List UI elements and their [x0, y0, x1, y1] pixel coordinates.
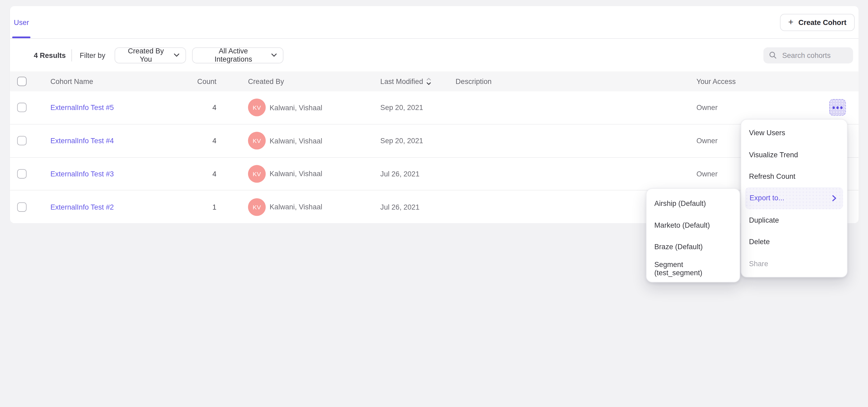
menu-item-refresh-count[interactable]: Refresh Count — [741, 165, 847, 187]
menu-item-view-users[interactable]: View Users — [741, 122, 847, 144]
avatar: KV — [248, 99, 266, 117]
menu-item-duplicate[interactable]: Duplicate — [741, 209, 847, 231]
cell-created-by: KV Kalwani, Vishaal — [248, 198, 322, 216]
filter-by-label: Filter by — [80, 51, 105, 59]
export-submenu: Airship (Default) Marketo (Default) Braz… — [646, 188, 740, 282]
avatar: KV — [248, 198, 266, 216]
submenu-item-segment[interactable]: Segment (test_segment) — [647, 258, 739, 280]
created-by-dropdown-value: Created By You — [122, 47, 169, 63]
cell-last-modified: Jul 26, 2021 — [380, 203, 420, 211]
results-count: 4 Results — [34, 51, 66, 59]
toolbar-divider — [71, 49, 72, 61]
creator-name: Kalwani, Vishaal — [270, 104, 322, 112]
row-checkbox[interactable] — [17, 136, 27, 145]
sort-icon — [427, 78, 432, 85]
column-created-by: Created By — [248, 77, 284, 86]
table-row: ExternalInfo Test #3 4 KV Kalwani, Visha… — [10, 158, 859, 191]
cell-last-modified: Sep 20, 2021 — [380, 104, 423, 112]
row-checkbox[interactable] — [17, 202, 27, 212]
cell-your-access: Owner — [696, 136, 718, 145]
row-actions-button[interactable] — [829, 99, 846, 116]
cohorts-page: User + Create Cohort 4 Results Filter by… — [0, 0, 868, 407]
integrations-dropdown[interactable]: All Active Integrations — [192, 47, 283, 63]
table-header: Cohort Name Count Created By Last Modifi… — [10, 71, 859, 91]
submenu-item-airship[interactable]: Airship (Default) — [647, 193, 739, 214]
chevron-down-icon — [271, 53, 277, 57]
cohort-name-link[interactable]: ExternalInfo Test #3 — [51, 170, 114, 178]
cell-last-modified: Sep 20, 2021 — [380, 136, 423, 145]
create-cohort-button[interactable]: + Create Cohort — [780, 14, 855, 31]
cohort-name-link[interactable]: ExternalInfo Test #4 — [51, 136, 114, 145]
cohort-name-link[interactable]: ExternalInfo Test #5 — [51, 104, 114, 112]
table-row: ExternalInfo Test #4 4 KV Kalwani, Visha… — [10, 125, 859, 158]
creator-name: Kalwani, Vishaal — [270, 170, 322, 178]
cohort-name-link[interactable]: ExternalInfo Test #2 — [51, 203, 114, 211]
chevron-down-icon — [174, 53, 179, 57]
created-by-dropdown[interactable]: Created By You — [115, 47, 186, 63]
search-icon — [769, 51, 777, 59]
cell-count: 4 — [172, 170, 216, 178]
menu-item-delete[interactable]: Delete — [741, 231, 847, 253]
menu-item-share: Share — [741, 253, 847, 275]
search-input[interactable] — [781, 51, 847, 60]
column-description: Description — [456, 77, 492, 86]
chevron-right-icon — [832, 195, 837, 201]
tab-bar: User + Create Cohort — [10, 6, 859, 39]
search-box[interactable] — [763, 47, 853, 63]
cell-created-by: KV Kalwani, Vishaal — [248, 99, 322, 117]
row-checkbox[interactable] — [17, 169, 27, 179]
ellipsis-icon — [832, 106, 835, 109]
table-row: ExternalInfo Test #5 4 KV Kalwani, Visha… — [10, 91, 859, 125]
creator-name: Kalwani, Vishaal — [270, 136, 322, 145]
cell-last-modified: Jul 26, 2021 — [380, 170, 420, 178]
tab-user[interactable]: User — [12, 6, 31, 38]
create-cohort-label: Create Cohort — [798, 18, 846, 27]
cell-count: 4 — [172, 136, 216, 145]
avatar: KV — [248, 165, 266, 183]
creator-name: Kalwani, Vishaal — [270, 203, 322, 211]
menu-item-visualize-trend[interactable]: Visualize Trend — [741, 144, 847, 165]
column-count: Count — [172, 77, 216, 86]
row-context-menu: View Users Visualize Trend Refresh Count… — [741, 119, 847, 277]
avatar: KV — [248, 132, 266, 150]
column-your-access: Your Access — [696, 77, 736, 86]
submenu-item-marketo[interactable]: Marketo (Default) — [647, 214, 739, 236]
select-all-checkbox[interactable] — [17, 77, 27, 86]
tab-user-label: User — [14, 18, 29, 26]
cell-count: 4 — [172, 104, 216, 112]
column-cohort-name: Cohort Name — [51, 77, 93, 86]
cell-created-by: KV Kalwani, Vishaal — [248, 132, 322, 150]
menu-item-export-to[interactable]: Export to... — [745, 187, 843, 209]
submenu-item-braze[interactable]: Braze (Default) — [647, 236, 739, 258]
cell-count: 1 — [172, 203, 216, 211]
row-checkbox[interactable] — [17, 103, 27, 112]
column-last-modified[interactable]: Last Modified — [380, 77, 431, 86]
integrations-dropdown-value: All Active Integrations — [200, 47, 267, 63]
toolbar: 4 Results Filter by Created By You All A… — [10, 39, 859, 71]
plus-icon: + — [788, 18, 794, 27]
cell-your-access: Owner — [696, 170, 718, 178]
cell-your-access: Owner — [696, 104, 718, 112]
cell-created-by: KV Kalwani, Vishaal — [248, 165, 322, 183]
